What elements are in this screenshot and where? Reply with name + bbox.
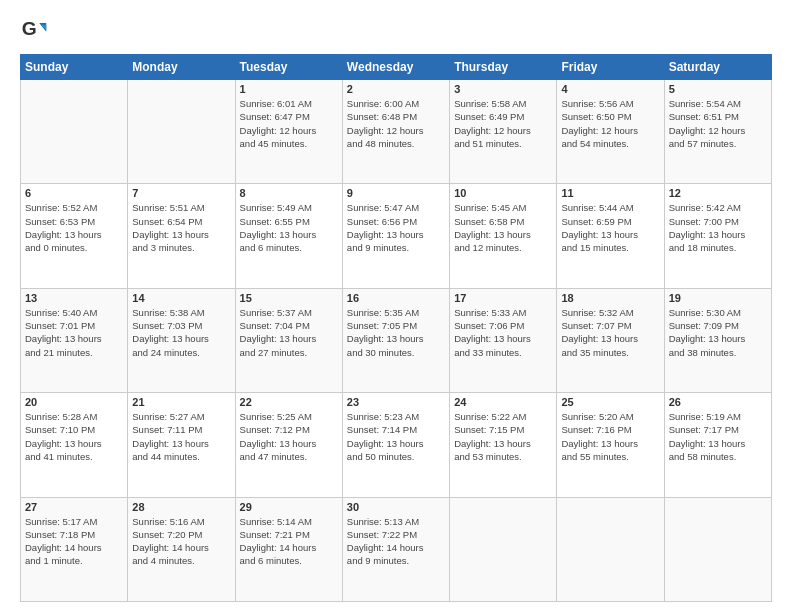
day-number: 18 <box>561 292 659 304</box>
day-info: Sunrise: 5:14 AM Sunset: 7:21 PM Dayligh… <box>240 515 338 568</box>
calendar: SundayMondayTuesdayWednesdayThursdayFrid… <box>20 54 772 602</box>
weekday-header-wednesday: Wednesday <box>342 55 449 80</box>
calendar-cell: 25Sunrise: 5:20 AM Sunset: 7:16 PM Dayli… <box>557 393 664 497</box>
calendar-cell: 6Sunrise: 5:52 AM Sunset: 6:53 PM Daylig… <box>21 184 128 288</box>
week-row-5: 27Sunrise: 5:17 AM Sunset: 7:18 PM Dayli… <box>21 497 772 601</box>
week-row-2: 6Sunrise: 5:52 AM Sunset: 6:53 PM Daylig… <box>21 184 772 288</box>
week-row-1: 1Sunrise: 6:01 AM Sunset: 6:47 PM Daylig… <box>21 80 772 184</box>
calendar-cell: 18Sunrise: 5:32 AM Sunset: 7:07 PM Dayli… <box>557 288 664 392</box>
calendar-cell: 28Sunrise: 5:16 AM Sunset: 7:20 PM Dayli… <box>128 497 235 601</box>
day-number: 4 <box>561 83 659 95</box>
day-number: 17 <box>454 292 552 304</box>
calendar-cell: 11Sunrise: 5:44 AM Sunset: 6:59 PM Dayli… <box>557 184 664 288</box>
day-number: 30 <box>347 501 445 513</box>
calendar-cell: 12Sunrise: 5:42 AM Sunset: 7:00 PM Dayli… <box>664 184 771 288</box>
calendar-cell: 10Sunrise: 5:45 AM Sunset: 6:58 PM Dayli… <box>450 184 557 288</box>
day-number: 23 <box>347 396 445 408</box>
calendar-cell: 17Sunrise: 5:33 AM Sunset: 7:06 PM Dayli… <box>450 288 557 392</box>
weekday-header-sunday: Sunday <box>21 55 128 80</box>
calendar-cell: 30Sunrise: 5:13 AM Sunset: 7:22 PM Dayli… <box>342 497 449 601</box>
calendar-cell <box>664 497 771 601</box>
calendar-cell <box>128 80 235 184</box>
weekday-header-thursday: Thursday <box>450 55 557 80</box>
day-number: 5 <box>669 83 767 95</box>
calendar-cell: 14Sunrise: 5:38 AM Sunset: 7:03 PM Dayli… <box>128 288 235 392</box>
calendar-cell: 1Sunrise: 6:01 AM Sunset: 6:47 PM Daylig… <box>235 80 342 184</box>
day-info: Sunrise: 5:58 AM Sunset: 6:49 PM Dayligh… <box>454 97 552 150</box>
week-row-4: 20Sunrise: 5:28 AM Sunset: 7:10 PM Dayli… <box>21 393 772 497</box>
calendar-cell: 16Sunrise: 5:35 AM Sunset: 7:05 PM Dayli… <box>342 288 449 392</box>
day-number: 6 <box>25 187 123 199</box>
calendar-cell: 15Sunrise: 5:37 AM Sunset: 7:04 PM Dayli… <box>235 288 342 392</box>
day-info: Sunrise: 5:28 AM Sunset: 7:10 PM Dayligh… <box>25 410 123 463</box>
day-info: Sunrise: 5:27 AM Sunset: 7:11 PM Dayligh… <box>132 410 230 463</box>
day-number: 25 <box>561 396 659 408</box>
day-info: Sunrise: 5:22 AM Sunset: 7:15 PM Dayligh… <box>454 410 552 463</box>
logo: G <box>20 16 52 44</box>
day-number: 8 <box>240 187 338 199</box>
day-number: 7 <box>132 187 230 199</box>
day-info: Sunrise: 5:16 AM Sunset: 7:20 PM Dayligh… <box>132 515 230 568</box>
day-info: Sunrise: 5:37 AM Sunset: 7:04 PM Dayligh… <box>240 306 338 359</box>
day-info: Sunrise: 5:33 AM Sunset: 7:06 PM Dayligh… <box>454 306 552 359</box>
week-row-3: 13Sunrise: 5:40 AM Sunset: 7:01 PM Dayli… <box>21 288 772 392</box>
day-number: 14 <box>132 292 230 304</box>
day-info: Sunrise: 5:45 AM Sunset: 6:58 PM Dayligh… <box>454 201 552 254</box>
day-number: 2 <box>347 83 445 95</box>
day-number: 27 <box>25 501 123 513</box>
day-info: Sunrise: 5:19 AM Sunset: 7:17 PM Dayligh… <box>669 410 767 463</box>
day-number: 28 <box>132 501 230 513</box>
day-number: 11 <box>561 187 659 199</box>
logo-icon: G <box>20 16 48 44</box>
header: G <box>20 16 772 44</box>
day-info: Sunrise: 5:52 AM Sunset: 6:53 PM Dayligh… <box>25 201 123 254</box>
day-info: Sunrise: 5:38 AM Sunset: 7:03 PM Dayligh… <box>132 306 230 359</box>
calendar-cell: 13Sunrise: 5:40 AM Sunset: 7:01 PM Dayli… <box>21 288 128 392</box>
day-number: 19 <box>669 292 767 304</box>
day-number: 29 <box>240 501 338 513</box>
day-info: Sunrise: 5:40 AM Sunset: 7:01 PM Dayligh… <box>25 306 123 359</box>
weekday-header-friday: Friday <box>557 55 664 80</box>
calendar-cell: 22Sunrise: 5:25 AM Sunset: 7:12 PM Dayli… <box>235 393 342 497</box>
calendar-cell: 19Sunrise: 5:30 AM Sunset: 7:09 PM Dayli… <box>664 288 771 392</box>
calendar-cell: 20Sunrise: 5:28 AM Sunset: 7:10 PM Dayli… <box>21 393 128 497</box>
weekday-header-tuesday: Tuesday <box>235 55 342 80</box>
calendar-cell: 8Sunrise: 5:49 AM Sunset: 6:55 PM Daylig… <box>235 184 342 288</box>
calendar-cell: 23Sunrise: 5:23 AM Sunset: 7:14 PM Dayli… <box>342 393 449 497</box>
calendar-cell: 27Sunrise: 5:17 AM Sunset: 7:18 PM Dayli… <box>21 497 128 601</box>
day-info: Sunrise: 5:20 AM Sunset: 7:16 PM Dayligh… <box>561 410 659 463</box>
day-number: 12 <box>669 187 767 199</box>
day-info: Sunrise: 5:32 AM Sunset: 7:07 PM Dayligh… <box>561 306 659 359</box>
day-info: Sunrise: 5:42 AM Sunset: 7:00 PM Dayligh… <box>669 201 767 254</box>
day-info: Sunrise: 5:44 AM Sunset: 6:59 PM Dayligh… <box>561 201 659 254</box>
calendar-body: 1Sunrise: 6:01 AM Sunset: 6:47 PM Daylig… <box>21 80 772 602</box>
day-number: 22 <box>240 396 338 408</box>
calendar-cell: 21Sunrise: 5:27 AM Sunset: 7:11 PM Dayli… <box>128 393 235 497</box>
calendar-cell: 7Sunrise: 5:51 AM Sunset: 6:54 PM Daylig… <box>128 184 235 288</box>
day-info: Sunrise: 5:25 AM Sunset: 7:12 PM Dayligh… <box>240 410 338 463</box>
day-info: Sunrise: 5:54 AM Sunset: 6:51 PM Dayligh… <box>669 97 767 150</box>
day-info: Sunrise: 5:49 AM Sunset: 6:55 PM Dayligh… <box>240 201 338 254</box>
calendar-cell: 2Sunrise: 6:00 AM Sunset: 6:48 PM Daylig… <box>342 80 449 184</box>
day-info: Sunrise: 5:56 AM Sunset: 6:50 PM Dayligh… <box>561 97 659 150</box>
svg-text:G: G <box>22 18 37 39</box>
day-number: 16 <box>347 292 445 304</box>
calendar-cell: 5Sunrise: 5:54 AM Sunset: 6:51 PM Daylig… <box>664 80 771 184</box>
calendar-cell <box>450 497 557 601</box>
day-number: 1 <box>240 83 338 95</box>
calendar-cell: 26Sunrise: 5:19 AM Sunset: 7:17 PM Dayli… <box>664 393 771 497</box>
day-info: Sunrise: 6:00 AM Sunset: 6:48 PM Dayligh… <box>347 97 445 150</box>
calendar-cell <box>557 497 664 601</box>
day-info: Sunrise: 5:47 AM Sunset: 6:56 PM Dayligh… <box>347 201 445 254</box>
weekday-row: SundayMondayTuesdayWednesdayThursdayFrid… <box>21 55 772 80</box>
day-number: 3 <box>454 83 552 95</box>
day-number: 15 <box>240 292 338 304</box>
calendar-cell: 3Sunrise: 5:58 AM Sunset: 6:49 PM Daylig… <box>450 80 557 184</box>
calendar-cell: 29Sunrise: 5:14 AM Sunset: 7:21 PM Dayli… <box>235 497 342 601</box>
calendar-cell: 9Sunrise: 5:47 AM Sunset: 6:56 PM Daylig… <box>342 184 449 288</box>
day-info: Sunrise: 5:23 AM Sunset: 7:14 PM Dayligh… <box>347 410 445 463</box>
weekday-header-saturday: Saturday <box>664 55 771 80</box>
day-info: Sunrise: 5:30 AM Sunset: 7:09 PM Dayligh… <box>669 306 767 359</box>
calendar-header: SundayMondayTuesdayWednesdayThursdayFrid… <box>21 55 772 80</box>
day-info: Sunrise: 5:35 AM Sunset: 7:05 PM Dayligh… <box>347 306 445 359</box>
